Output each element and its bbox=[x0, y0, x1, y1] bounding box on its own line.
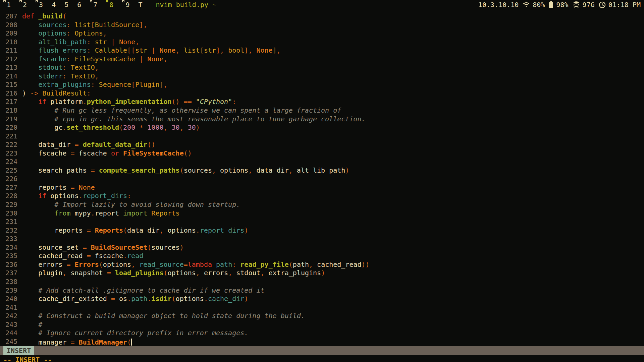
line-number: 221 bbox=[0, 132, 22, 141]
code-line[interactable]: 214 stderr: TextIO, bbox=[0, 72, 644, 81]
code-text: # cpu in gc. This seems the most reasona… bbox=[22, 115, 366, 124]
line-number: 222 bbox=[0, 140, 22, 149]
code-line[interactable]: 218 # Run gc less frequently, as otherwi… bbox=[0, 106, 644, 115]
code-line[interactable]: 215 extra_plugins: Sequence[Plugin], bbox=[0, 80, 644, 89]
wifi-icon bbox=[523, 1, 530, 8]
code-line[interactable]: 224 bbox=[0, 158, 644, 166]
code-line[interactable]: 207def _build( bbox=[0, 12, 644, 21]
code-line[interactable]: 210 alt_lib_path: str | None, bbox=[0, 38, 644, 47]
active-window-marker-icon bbox=[106, 0, 108, 2]
line-number: 219 bbox=[0, 115, 22, 124]
window-number: 2 bbox=[23, 1, 27, 9]
code-text: fscache: FileSystemCache | None, bbox=[22, 55, 168, 64]
line-number: 220 bbox=[0, 123, 22, 132]
code-line[interactable]: 240 cache_dir_existed = os.path.isdir(op… bbox=[0, 295, 644, 303]
code-line[interactable]: 241 bbox=[0, 303, 644, 312]
code-line[interactable]: 231 bbox=[0, 218, 644, 226]
system-status-segment: 10.3.10.10 80% 98% bbox=[478, 1, 641, 9]
code-line[interactable]: 238 bbox=[0, 278, 644, 286]
code-text: plugin, snapshot = load_plugins(options,… bbox=[22, 269, 325, 278]
clock-icon bbox=[599, 1, 606, 8]
code-line[interactable]: 220 gc.set_threshold(200 * 1000, 30, 30) bbox=[0, 123, 644, 132]
code-text: alt_lib_path: str | None, bbox=[22, 38, 139, 47]
disk-free: 97G bbox=[583, 1, 595, 9]
line-number: 215 bbox=[0, 80, 22, 89]
window-marker-icon bbox=[122, 0, 124, 2]
code-line[interactable]: 244 # Ignore current directory prefix in… bbox=[0, 329, 644, 338]
window-number: 4 bbox=[52, 1, 56, 9]
tmux-window-6[interactable]: 6 bbox=[77, 1, 81, 9]
line-number: 242 bbox=[0, 312, 22, 320]
code-line[interactable]: 242 # Construct a build manager object t… bbox=[0, 312, 644, 320]
window-marker-icon bbox=[90, 0, 92, 2]
ip-address: 10.3.10.10 bbox=[478, 1, 519, 9]
code-line[interactable]: 234 source_set = BuildSourceSet(sources) bbox=[0, 243, 644, 252]
code-line[interactable]: 223 fscache = fscache or FileSystemCache… bbox=[0, 149, 644, 158]
tmux-window-8[interactable]: 8 bbox=[106, 1, 113, 9]
tmux-window-2[interactable]: 2 bbox=[19, 1, 27, 9]
code-line[interactable]: 219 # cpu in gc. This seems the most rea… bbox=[0, 115, 644, 124]
line-number: 232 bbox=[0, 226, 22, 235]
code-line[interactable]: 228 if options.report_dirs: bbox=[0, 192, 644, 200]
code-line[interactable]: 221 bbox=[0, 132, 644, 141]
line-number: 223 bbox=[0, 149, 22, 158]
code-line[interactable]: 225 search_paths = compute_search_paths(… bbox=[0, 166, 644, 175]
code-text: cache_dir_existed = os.path.isdir(option… bbox=[22, 295, 248, 303]
tmux-window-1[interactable]: 1 bbox=[3, 1, 11, 9]
tmux-window-5[interactable]: 5 bbox=[64, 1, 68, 9]
code-text: def _build( bbox=[22, 12, 66, 21]
line-number: 211 bbox=[0, 46, 22, 55]
code-area[interactable]: 207def _build(208 sources: list[BuildSou… bbox=[0, 9, 644, 346]
line-number: 233 bbox=[0, 235, 22, 243]
line-number: 216 bbox=[0, 89, 22, 98]
code-text: extra_plugins: Sequence[Plugin], bbox=[22, 80, 168, 89]
wifi-percent: 80% bbox=[533, 1, 545, 9]
line-number: 210 bbox=[0, 38, 22, 47]
line-number: 243 bbox=[0, 320, 22, 329]
code-line[interactable]: 239 # Add catch-all .gitignore to cache … bbox=[0, 286, 644, 295]
code-line[interactable]: 236 errors = Errors(options, read_source… bbox=[0, 260, 644, 269]
text-cursor bbox=[131, 339, 132, 346]
window-number: T bbox=[138, 1, 142, 9]
code-text: flush_errors: Callable[[str | None, list… bbox=[22, 46, 281, 55]
window-number: 7 bbox=[93, 1, 97, 9]
window-number: 6 bbox=[77, 1, 81, 9]
line-number: 218 bbox=[0, 106, 22, 115]
code-line[interactable]: 230 from mypy.report import Reports bbox=[0, 209, 644, 218]
code-line[interactable]: 229 # Import lazily to avoid slowing dow… bbox=[0, 200, 644, 209]
tmux-window-T[interactable]: T bbox=[138, 1, 142, 9]
code-text: # bbox=[22, 320, 42, 329]
window-marker-icon bbox=[19, 0, 22, 2]
code-line[interactable]: 235 cached_read = fscache.read bbox=[0, 252, 644, 260]
code-line[interactable]: 217 if platform.python_implementation() … bbox=[0, 98, 644, 106]
line-number: 239 bbox=[0, 286, 22, 295]
code-line[interactable]: 216) -> BuildResult: bbox=[0, 89, 644, 98]
code-line[interactable]: 237 plugin, snapshot = load_plugins(opti… bbox=[0, 269, 644, 278]
line-number: 240 bbox=[0, 295, 22, 303]
tmux-window-9[interactable]: 9 bbox=[122, 1, 129, 9]
code-text: sources: list[BuildSource], bbox=[22, 21, 147, 29]
code-line[interactable]: 227 reports = None bbox=[0, 183, 644, 192]
tmux-window-3[interactable]: 3 bbox=[36, 1, 43, 9]
code-line[interactable]: 213 stdout: TextIO, bbox=[0, 63, 644, 72]
window-number: 3 bbox=[39, 1, 43, 9]
code-line[interactable]: 232 reports = Reports(data_dir, options.… bbox=[0, 226, 644, 235]
code-text: # Ignore current directory prefix in err… bbox=[22, 329, 248, 338]
code-text: stderr: TextIO, bbox=[22, 72, 99, 81]
code-line[interactable]: 245 manager = BuildManager( bbox=[0, 338, 644, 346]
code-text: gc.set_threshold(200 * 1000, 30, 30) bbox=[22, 123, 200, 132]
code-line[interactable]: 212 fscache: FileSystemCache | None, bbox=[0, 55, 644, 64]
tmux-window-7[interactable]: 7 bbox=[90, 1, 97, 9]
code-line[interactable]: 233 bbox=[0, 235, 644, 243]
code-line[interactable]: 209 options: Options, bbox=[0, 29, 644, 38]
code-line[interactable]: 211 flush_errors: Callable[[str | None, … bbox=[0, 46, 644, 55]
line-number: 208 bbox=[0, 21, 22, 29]
code-line[interactable]: 208 sources: list[BuildSource], bbox=[0, 21, 644, 29]
tmux-window-4[interactable]: 4 bbox=[52, 1, 56, 9]
code-line[interactable]: 222 data_dir = default_data_dir() bbox=[0, 140, 644, 149]
line-number: 227 bbox=[0, 183, 22, 192]
code-line[interactable]: 226 bbox=[0, 175, 644, 183]
code-line[interactable]: 243 # bbox=[0, 320, 644, 329]
line-number: 245 bbox=[0, 338, 22, 346]
line-number: 225 bbox=[0, 166, 22, 175]
